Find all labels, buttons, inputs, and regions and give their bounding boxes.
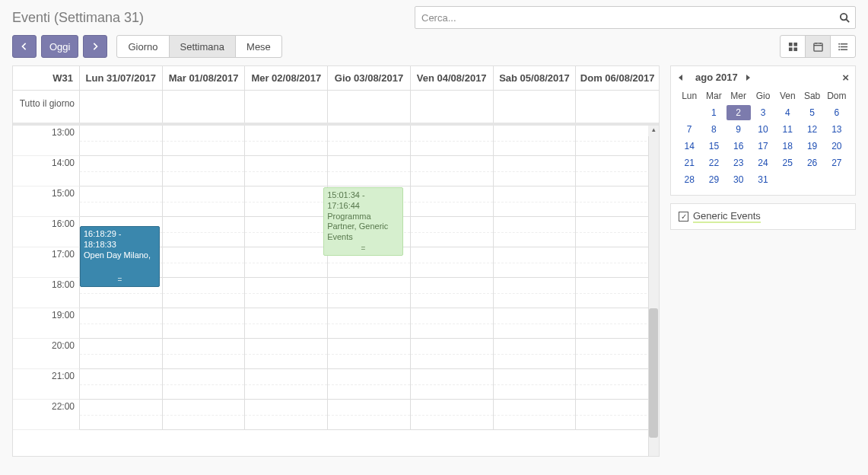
view-kanban[interactable] [780, 35, 806, 58]
mini-day[interactable]: 30 [727, 172, 751, 187]
time-cell[interactable] [411, 126, 494, 156]
mini-day[interactable]: 23 [727, 155, 751, 171]
time-cell[interactable] [411, 186, 494, 217]
time-cell[interactable] [328, 308, 411, 339]
time-cell[interactable] [494, 400, 577, 430]
time-cell[interactable] [494, 217, 577, 247]
mini-day[interactable]: 9 [727, 122, 751, 137]
time-cell[interactable] [494, 278, 577, 308]
day-header[interactable]: Sab 05/08/2017 [494, 66, 577, 90]
time-cell[interactable] [163, 339, 246, 369]
search-input[interactable] [415, 6, 856, 29]
mini-day[interactable]: 1 [701, 105, 726, 120]
time-cell[interactable] [494, 186, 577, 217]
time-cell[interactable] [163, 186, 246, 217]
scroll-thumb[interactable] [649, 308, 658, 438]
mini-day[interactable]: 8 [701, 122, 726, 137]
time-cell[interactable] [245, 369, 328, 400]
time-cell[interactable] [80, 186, 163, 217]
time-cell[interactable] [411, 278, 494, 308]
time-cell[interactable] [328, 369, 411, 400]
time-cell[interactable] [576, 369, 659, 400]
allday-cell[interactable] [494, 91, 577, 123]
mini-close[interactable]: × [842, 71, 849, 84]
time-cell[interactable] [494, 156, 577, 186]
time-cell[interactable] [245, 308, 328, 339]
mini-day[interactable]: 18 [775, 139, 800, 154]
prev-button[interactable] [12, 35, 37, 58]
allday-cell[interactable] [245, 91, 328, 123]
day-header[interactable]: Mar 01/08/2017 [163, 66, 246, 90]
time-cell[interactable] [411, 217, 494, 247]
allday-cell[interactable] [328, 91, 411, 123]
time-cell[interactable] [411, 400, 494, 430]
range-week[interactable]: Settimana [169, 35, 237, 58]
time-cell[interactable] [411, 247, 494, 278]
mini-day[interactable]: 2 [727, 105, 751, 120]
day-header[interactable]: Lun 31/07/2017 [80, 66, 163, 90]
time-cell[interactable] [328, 126, 411, 156]
time-cell[interactable] [80, 156, 163, 186]
time-cell[interactable] [163, 369, 246, 400]
mini-day[interactable]: 28 [677, 172, 701, 187]
mini-day[interactable]: 5 [800, 105, 824, 120]
time-cell[interactable] [245, 156, 328, 186]
mini-day[interactable]: 4 [775, 105, 800, 120]
resize-handle-icon[interactable]: = [324, 244, 402, 254]
time-cell[interactable] [80, 400, 163, 430]
mini-day[interactable]: 25 [775, 155, 800, 171]
time-cell[interactable] [328, 156, 411, 186]
time-cell[interactable] [163, 308, 246, 339]
day-header[interactable]: Ven 04/08/2017 [411, 66, 494, 90]
time-cell[interactable] [576, 339, 659, 369]
mini-day[interactable]: 6 [825, 105, 849, 120]
time-cell[interactable] [245, 126, 328, 156]
time-cell[interactable] [245, 339, 328, 369]
time-cell[interactable] [163, 126, 246, 156]
time-cell[interactable] [576, 217, 659, 247]
mini-day[interactable]: 26 [800, 155, 824, 171]
mini-day[interactable]: 22 [701, 155, 726, 171]
scroll-up-icon[interactable]: ▴ [648, 126, 659, 136]
mini-day[interactable]: 24 [751, 155, 775, 171]
mini-day[interactable]: 21 [677, 155, 701, 171]
vertical-scrollbar[interactable]: ▴ [648, 126, 659, 456]
time-cell[interactable] [163, 156, 246, 186]
time-cell[interactable] [163, 278, 246, 308]
mini-day[interactable]: 14 [677, 139, 701, 154]
mini-day[interactable]: 12 [800, 122, 824, 137]
time-cell[interactable] [494, 339, 577, 369]
mini-day[interactable]: 31 [751, 172, 775, 187]
mini-day[interactable]: 29 [701, 172, 726, 187]
time-cell[interactable] [411, 369, 494, 400]
mini-day[interactable]: 16 [727, 139, 751, 154]
time-cell[interactable] [576, 247, 659, 278]
time-cell[interactable] [576, 308, 659, 339]
day-header[interactable]: Gio 03/08/2017 [328, 66, 411, 90]
range-month[interactable]: Mese [235, 35, 282, 58]
today-button[interactable]: Oggi [41, 35, 78, 58]
calendar-event[interactable]: 15:01:34 - 17:16:44Programma Partner, Ge… [323, 187, 403, 256]
time-cell[interactable] [576, 156, 659, 186]
time-cell[interactable] [576, 278, 659, 308]
mini-day[interactable]: 17 [751, 139, 775, 154]
range-day[interactable]: Giorno [116, 35, 169, 58]
time-cell[interactable] [163, 247, 246, 278]
time-cell[interactable] [245, 247, 328, 278]
time-cell[interactable] [328, 339, 411, 369]
time-cell[interactable] [163, 400, 246, 430]
checkbox-icon[interactable]: ✓ [679, 212, 688, 222]
calendar-scroll[interactable]: 13:0014:0015:0016:0017:0018:0019:0020:00… [13, 126, 659, 456]
calendar-event[interactable]: 16:18:29 - 18:18:33Open Day Milano,= [80, 226, 160, 287]
mini-next[interactable] [744, 74, 756, 81]
time-cell[interactable] [494, 126, 577, 156]
time-cell[interactable] [576, 186, 659, 217]
time-cell[interactable] [245, 217, 328, 247]
allday-cell[interactable] [576, 91, 659, 123]
mini-prev[interactable] [677, 74, 689, 81]
search-box[interactable] [415, 6, 856, 29]
view-calendar[interactable] [805, 35, 831, 58]
time-cell[interactable] [328, 278, 411, 308]
time-cell[interactable] [328, 400, 411, 430]
resize-handle-icon[interactable]: = [81, 276, 159, 285]
